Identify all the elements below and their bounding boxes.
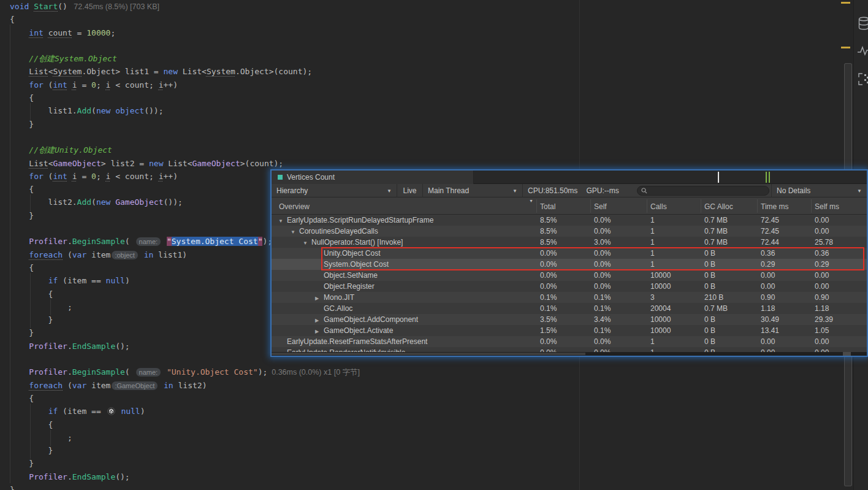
- column-overview[interactable]: Overview: [279, 202, 310, 211]
- playhead-marker[interactable]: [718, 172, 719, 183]
- code-token: =: [77, 80, 91, 90]
- column-divider[interactable]: [647, 199, 647, 213]
- expand-arrow-icon[interactable]: ▶: [315, 296, 324, 301]
- profiler-row[interactable]: ▶Mono.JIT0.1%0.1%3210 B0.900.90: [272, 292, 867, 303]
- database-icon[interactable]: [858, 17, 868, 30]
- code-token: new: [96, 197, 110, 207]
- inlay-hint[interactable]: :GameObject: [112, 381, 158, 390]
- code-token: List<: [164, 159, 192, 168]
- details-dropdown[interactable]: No Details ▼: [771, 184, 867, 197]
- warning-stripe-mark[interactable]: [841, 2, 850, 4]
- chart-legend[interactable]: Vertices Count: [272, 170, 474, 184]
- code-token: list2.: [10, 197, 77, 207]
- scrollbar-corner-box[interactable]: [843, 352, 851, 356]
- thread-dropdown[interactable]: Main Thread ▼: [423, 184, 523, 197]
- row-label: Mono.JIT: [324, 293, 354, 302]
- horizontal-scrollbar-thumb[interactable]: [272, 353, 585, 355]
- sort-indicator-icon: ▼: [529, 199, 533, 203]
- search-box[interactable]: [637, 186, 769, 196]
- code-token: if: [48, 407, 58, 416]
- code-token: (: [63, 381, 72, 390]
- cell-self-ms: 25.78: [815, 238, 833, 247]
- horizontal-scrollbar[interactable]: [272, 352, 867, 356]
- structure-icon[interactable]: [858, 72, 868, 86]
- cell-time-ms: 1.18: [761, 304, 775, 313]
- hierarchy-dropdown[interactable]: Hierarchy ▼: [272, 184, 397, 197]
- column-divider[interactable]: [701, 199, 701, 213]
- cell-calls: 1: [650, 216, 655, 224]
- expand-arrow-icon[interactable]: ▶: [315, 318, 324, 323]
- unity-profiler-window: Vertices Count Hierarchy ▼ Live Main Thr…: [270, 169, 868, 357]
- profiler-row[interactable]: ▶GameObject.AddComponent3.5%3.4%100000 B…: [272, 314, 867, 325]
- column-divider[interactable]: [757, 199, 758, 213]
- chart-legend-label: Vertices Count: [287, 173, 335, 182]
- column-self-ms[interactable]: Self ms: [815, 202, 839, 211]
- highlight-red-box: [321, 247, 864, 270]
- code-token: new: [149, 159, 163, 168]
- code-line: {: [10, 392, 360, 405]
- frame-marker: [766, 172, 767, 183]
- code-line: foreach (var item:GameObject in list2): [10, 379, 360, 392]
- code-token: [10, 67, 29, 76]
- profiler-row[interactable]: ▶GameObject.Activate1.5%0.1%100000 B13.4…: [272, 325, 867, 336]
- profiler-row[interactable]: ▼NullOperator.Start() [Invoke]8.5%3.0%10…: [272, 237, 867, 248]
- profiler-row[interactable]: Object.SetName0.0%0.0%100000 B0.000.00: [272, 270, 867, 281]
- code-token: [10, 276, 48, 285]
- code-token: =: [77, 172, 91, 181]
- warning-stripe-mark[interactable]: [841, 47, 850, 48]
- profiler-row[interactable]: ▼EarlyUpdate.ScriptRunDelayedStartupFram…: [272, 215, 867, 226]
- cell-time-ms: 72.45: [761, 216, 779, 224]
- column-calls[interactable]: Calls: [650, 202, 667, 211]
- profiler-table-header[interactable]: Overview ▼ Total Self Calls GC Alloc Tim…: [272, 197, 867, 215]
- activity-pulse-icon[interactable]: [858, 45, 868, 57]
- details-dropdown-label: No Details: [777, 186, 810, 195]
- profiler-row[interactable]: ▼CoroutinesDelayedCalls8.5%0.0%10.7 MB72…: [272, 226, 867, 237]
- code-token: }: [10, 120, 34, 129]
- column-time-ms[interactable]: Time ms: [761, 202, 789, 211]
- code-token: ++): [164, 80, 178, 90]
- column-divider[interactable]: [811, 199, 812, 213]
- cell-time-ms: 30.49: [761, 315, 779, 324]
- inlay-hint[interactable]: :object: [112, 251, 137, 259]
- collapse-arrow-icon[interactable]: ▼: [291, 229, 299, 235]
- code-token: GameObject: [53, 159, 101, 168]
- code-token: List<: [178, 67, 207, 76]
- cell-gc-alloc: 0 B: [704, 271, 715, 280]
- collapse-arrow-icon[interactable]: ▼: [278, 218, 287, 224]
- live-toggle[interactable]: Live: [397, 184, 423, 197]
- profiler-row[interactable]: EarlyUpdate.ResetFrameStatsAfterPresent0…: [272, 336, 867, 347]
- cell-gc-alloc: 0.7 MB: [704, 227, 728, 235]
- code-token: List: [29, 67, 48, 76]
- profiling-annotation[interactable]: 0.36ms (0.0%) x1 [0 字节]: [267, 368, 360, 377]
- code-token: var: [72, 381, 86, 390]
- thread-dropdown-label: Main Thread: [428, 186, 469, 195]
- cell-time-ms: 0.00: [761, 337, 775, 346]
- profiler-row[interactable]: EarlyUpdate.RendererNotifyInvisible0.0%0…: [272, 347, 867, 352]
- inlay-hint[interactable]: name:: [136, 237, 161, 246]
- code-token: {: [10, 185, 34, 194]
- column-divider[interactable]: [536, 199, 537, 213]
- code-token: (item ==: [58, 276, 105, 285]
- column-gc-alloc[interactable]: GC Alloc: [704, 202, 733, 211]
- row-label: NullOperator.Start() [Invoke]: [311, 238, 403, 247]
- code-token: [162, 367, 167, 377]
- cell-calls: 1: [650, 337, 655, 346]
- profiler-rows: ▼EarlyUpdate.ScriptRunDelayedStartupFram…: [272, 215, 867, 352]
- column-divider[interactable]: [590, 199, 591, 213]
- column-total[interactable]: Total: [540, 202, 555, 211]
- profiler-row[interactable]: GC.Alloc0.1%0.1%200040.7 MB1.181.18: [272, 303, 867, 314]
- code-token: {: [10, 420, 53, 429]
- profiling-annotation[interactable]: 72.45ms (8.5%) [703 KB]: [67, 2, 159, 11]
- search-input[interactable]: [647, 187, 758, 194]
- profiler-row[interactable]: Object.Register0.0%0.0%100000 B0.000.00: [272, 281, 867, 292]
- collapse-arrow-icon[interactable]: ▼: [303, 240, 311, 246]
- expand-arrow-icon[interactable]: ▶: [315, 329, 324, 334]
- code-token: Add: [77, 197, 91, 207]
- cell-calls: 10000: [650, 315, 671, 324]
- vertices-count-swatch-icon: [278, 175, 283, 180]
- code-token: [162, 237, 167, 246]
- column-self[interactable]: Self: [594, 202, 607, 211]
- inlay-hint[interactable]: name:: [136, 368, 161, 377]
- cell-calls: 1: [650, 227, 655, 235]
- code-token: }: [10, 485, 15, 490]
